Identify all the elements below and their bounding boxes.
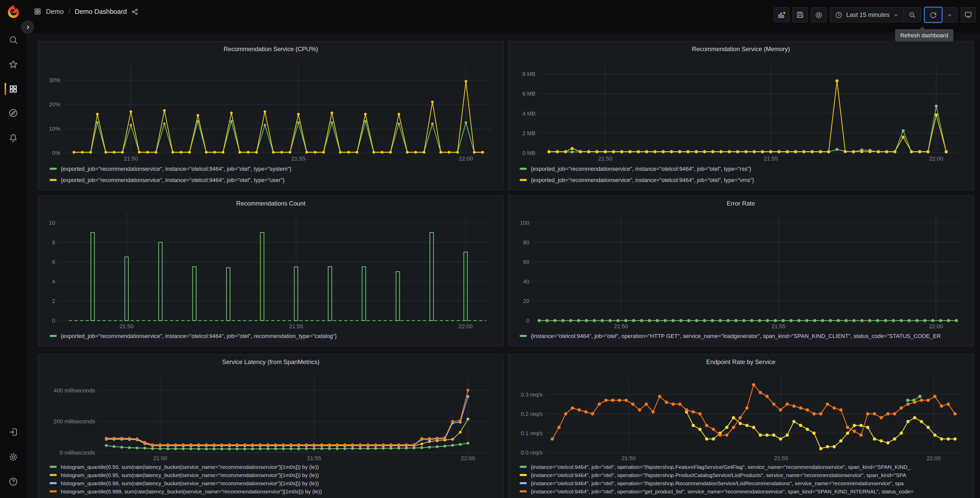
chevron-right-icon: [25, 24, 30, 30]
panel-title[interactable]: Recommendation Service (Memory): [514, 45, 968, 55]
legend-swatch: [49, 168, 57, 170]
legend-item[interactable]: histogram_quantile(0.50, sum(rate(latenc…: [49, 463, 498, 471]
svg-text:80: 80: [523, 239, 529, 246]
svg-text:20: 20: [523, 298, 529, 304]
sidebar-expand-toggle[interactable]: [21, 21, 34, 34]
legend-item[interactable]: {instance="otelcol:9464", job="otel", op…: [520, 463, 968, 471]
legend-swatch: [520, 335, 527, 337]
star-icon: [8, 59, 18, 70]
zoom-out-button[interactable]: [904, 8, 921, 22]
dashboard-settings-button[interactable]: [811, 7, 827, 22]
legend-item[interactable]: {instance="otelcol:9464", job="otel", op…: [520, 479, 968, 487]
legend-item[interactable]: {instance="otelcol:9464", job="otel", op…: [520, 471, 968, 479]
legend-label[interactable]: {exported_job="recommendationservice", i…: [61, 333, 337, 339]
breadcrumb-section[interactable]: Demo: [46, 8, 64, 15]
svg-text:22:00: 22:00: [461, 455, 475, 461]
legend-item[interactable]: histogram_quantile(0.95, sum(rate(latenc…: [49, 471, 498, 479]
refresh-interval-caret[interactable]: [942, 8, 957, 22]
svg-text:0: 0: [52, 318, 55, 324]
svg-text:20%: 20%: [49, 101, 60, 108]
panel-chart[interactable]: 21:5021:5522:000.0 req/s0.1 req/s0.2 req…: [514, 368, 968, 463]
sidebar-item-alerting[interactable]: [0, 128, 27, 148]
panel-chart[interactable]: 21:5021:5522:000246810: [43, 209, 498, 331]
legend-label[interactable]: {instance="otelcol:9464", job="otel", op…: [531, 480, 904, 486]
svg-text:2 MB: 2 MB: [522, 130, 536, 137]
sidebar-item-settings[interactable]: [0, 447, 27, 467]
legend-label[interactable]: {instance="otelcol:9464", job="otel", op…: [531, 488, 913, 495]
legend-label[interactable]: {exported_job="recommendationservice", i…: [61, 166, 291, 172]
share-icon[interactable]: [131, 8, 138, 15]
sidebar-item-dashboards[interactable]: [0, 79, 27, 99]
panel-legend: {exported_job="recommendationservice", i…: [514, 163, 968, 185]
panel-legend: {exported_job="recommendationservice", i…: [43, 331, 498, 341]
panel-title[interactable]: Recommendation Service (CPU%): [43, 45, 498, 55]
svg-text:21:50: 21:50: [153, 455, 167, 461]
chevron-down-icon: [893, 12, 899, 18]
add-panel-button[interactable]: [774, 7, 790, 22]
compass-icon: [8, 108, 18, 118]
breadcrumb: Demo / Demo Dashboard: [34, 8, 138, 15]
panel-title[interactable]: Error Rate: [514, 199, 968, 209]
legend-swatch: [49, 490, 57, 492]
legend-label[interactable]: {instance="otelcol:9464", job="otel", op…: [531, 464, 910, 470]
svg-text:21:55: 21:55: [289, 323, 303, 330]
panel-chart[interactable]: 21:5021:5522:000 MB2 MB4 MB6 MB8 MB: [514, 55, 968, 163]
legend-swatch: [520, 179, 527, 181]
legend-label[interactable]: {exported_job="recommendationservice", i…: [61, 177, 285, 183]
time-range-picker[interactable]: Last 15 minutes: [830, 8, 904, 22]
panel-chart[interactable]: 21:5021:5522:000 milliseconds200 millise…: [43, 368, 498, 463]
refresh-button[interactable]: [924, 6, 943, 23]
sidebar: [0, 0, 27, 498]
clock-icon: [835, 11, 843, 19]
svg-text:21:55: 21:55: [774, 455, 788, 461]
legend-label[interactable]: histogram_quantile(0.50, sum(rate(latenc…: [61, 464, 319, 470]
legend-swatch: [520, 482, 527, 484]
svg-text:0.2 req/s: 0.2 req/s: [521, 411, 542, 417]
panel-service-latency: Service Latency (from SpanMetrics) 21:50…: [38, 354, 504, 498]
legend-swatch: [520, 474, 527, 476]
svg-text:10%: 10%: [49, 126, 60, 132]
legend-label[interactable]: histogram_quantile(0.999, sum(rate(laten…: [61, 488, 322, 495]
panel-chart[interactable]: 21:5021:5522:000%10%20%30%: [43, 55, 498, 163]
svg-text:4 MB: 4 MB: [522, 110, 536, 117]
svg-text:21:50: 21:50: [614, 323, 628, 330]
legend-item[interactable]: {exported_job="recommendationservice", i…: [520, 163, 968, 174]
svg-text:0: 0: [526, 318, 529, 324]
legend-item[interactable]: histogram_quantile(0.99, sum(rate(latenc…: [49, 479, 498, 487]
legend-label[interactable]: {instance="otelcol:9464", job="otel", op…: [531, 333, 941, 339]
legend-item[interactable]: histogram_quantile(0.999, sum(rate(laten…: [49, 487, 498, 495]
legend-label[interactable]: histogram_quantile(0.99, sum(rate(latenc…: [61, 480, 319, 486]
legend-label[interactable]: {exported_job="recommendationservice", i…: [531, 177, 754, 183]
legend-label[interactable]: histogram_quantile(0.95, sum(rate(latenc…: [61, 472, 319, 478]
sidebar-item-sign-in[interactable]: [0, 422, 27, 442]
panel-title[interactable]: Endpoint Rate by Service: [514, 358, 968, 368]
svg-text:22:00: 22:00: [929, 155, 943, 162]
sidebar-item-help[interactable]: [0, 471, 27, 492]
sidebar-item-favorites[interactable]: [0, 54, 27, 75]
legend-item[interactable]: {exported_job="recommendationservice", i…: [49, 174, 498, 185]
panel-title[interactable]: Recommendations Count: [43, 199, 498, 209]
legend-label[interactable]: {instance="otelcol:9464", job="otel", op…: [531, 472, 906, 478]
sidebar-item-search[interactable]: [0, 30, 27, 50]
grafana-logo[interactable]: [6, 4, 21, 19]
svg-text:2: 2: [52, 298, 55, 304]
legend-item[interactable]: {exported_job="recommendationservice", i…: [49, 163, 498, 174]
svg-text:22:00: 22:00: [458, 323, 473, 330]
svg-text:400 milliseconds: 400 milliseconds: [53, 387, 95, 394]
save-dashboard-button[interactable]: [793, 7, 808, 22]
legend-item[interactable]: {instance="otelcol:9464", job="otel", op…: [520, 487, 968, 495]
legend-item[interactable]: {exported_job="recommendationservice", i…: [520, 174, 968, 185]
sidebar-item-explore[interactable]: [0, 103, 27, 123]
legend-item[interactable]: {instance="otelcol:9464", job="otel", op…: [520, 331, 968, 341]
legend-label[interactable]: {exported_job="recommendationservice", i…: [531, 166, 751, 172]
cycle-view-mode-button[interactable]: [961, 7, 976, 22]
panel-title[interactable]: Service Latency (from SpanMetrics): [43, 358, 498, 368]
legend-item[interactable]: {exported_job="recommendationservice", i…: [49, 331, 498, 341]
panel-recommendation-service-memory: Recommendation Service (Memory) 21:5021:…: [508, 41, 974, 190]
svg-text:6 MB: 6 MB: [522, 91, 536, 97]
svg-text:100: 100: [520, 220, 529, 226]
svg-text:22:00: 22:00: [929, 323, 943, 330]
svg-text:21:50: 21:50: [119, 323, 134, 330]
panel-chart[interactable]: 21:5021:5522:00020406080100: [514, 209, 968, 331]
breadcrumb-title: Demo Dashboard: [75, 8, 127, 15]
